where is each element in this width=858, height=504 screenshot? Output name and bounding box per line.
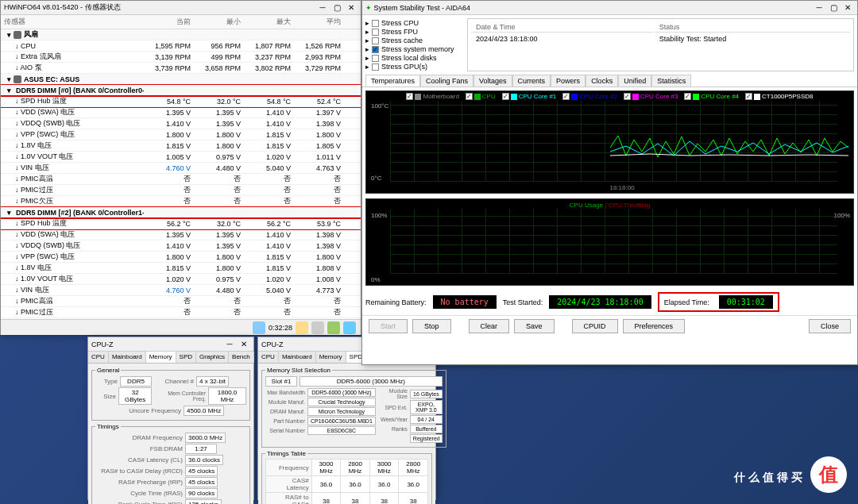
minimize-button[interactable]: ─ <box>813 2 825 13</box>
hwinfo-statusbar: 0:32:28 <box>1 319 361 335</box>
minimize-button[interactable]: ─ <box>316 2 329 13</box>
stress-opt[interactable]: ▸ Stress GPU(s) <box>365 63 461 71</box>
minimize-button[interactable]: ─ <box>223 339 236 350</box>
started-badge: 2024/4/23 18:18:00 <box>549 295 651 309</box>
sensor-row[interactable]: ↓ 1.0V VOUT 电压1.020 V0.975 V1.020 V1.008… <box>1 274 361 285</box>
tab-spd[interactable]: SPD <box>176 352 196 363</box>
legend-item[interactable]: CPU Core #2 <box>562 93 617 100</box>
close-button[interactable]: ✕ <box>345 2 358 13</box>
sensor-row[interactable]: ↓ AIO 泵3,739 RPM3,658 RPM3,802 RPM3,729 … <box>1 63 361 74</box>
close-button[interactable]: ✕ <box>841 2 854 13</box>
legend-item[interactable]: CPU <box>466 93 496 100</box>
timings-table-group: Timings Table Frequency3000 MHz2800 MHz3… <box>261 450 432 504</box>
timings-table: Frequency3000 MHz2800 MHz3000 MHz2800 MH… <box>265 459 428 504</box>
sensor-row[interactable]: ↓ VDD (SWA) 电压1.395 V1.395 V1.410 V1.397… <box>1 107 361 118</box>
legend-item[interactable]: Motherboard <box>406 93 458 100</box>
aida-window: ✦ System Stability Test - AIDA64 ─▢✕ ▸ S… <box>361 0 858 365</box>
sensor-row[interactable]: ↓ PMIC过压否否否否 <box>1 307 361 318</box>
settings-icon[interactable] <box>311 321 324 334</box>
maximize-button[interactable]: ▢ <box>330 2 343 13</box>
general-group: General TypeDDR5 Channel #4 x 32-bit Siz… <box>91 367 250 421</box>
sensor-row[interactable]: ↓ PMIC高温否否否否 <box>1 296 361 307</box>
save-button[interactable]: Save <box>514 319 555 333</box>
tab-cpu[interactable]: CPU <box>88 352 109 363</box>
log-icon[interactable] <box>327 321 340 334</box>
tab-mainboard[interactable]: Mainboard <box>109 352 146 363</box>
timings-group: Timings DRAM Frequency3600.0 MHzFSB:DRAM… <box>91 423 250 504</box>
chart-tab[interactable]: Statistics <box>651 75 691 87</box>
clear-button[interactable]: Clear <box>469 319 510 333</box>
sensor-row[interactable]: ↓ VDD (SWA) 电压1.395 V1.395 V1.410 V1.398… <box>1 229 361 240</box>
elapsed-time: 0:32:28 <box>269 324 292 332</box>
elapsed-highlight: Elapsed Time: 00:31:02 <box>658 292 779 312</box>
sensor-row[interactable]: ↓ PMIC过压否否否否 <box>1 185 361 196</box>
sensor-row[interactable]: ↓ PMIC高温否否否否 <box>1 174 361 185</box>
refresh-icon[interactable] <box>253 321 265 334</box>
stress-options: ▸ Stress CPU▸ Stress FPU▸ Stress cache▸ … <box>365 18 461 71</box>
sensor-row[interactable]: ↓ SPD Hub 温度54.8 °C32.0 °C54.8 °C52.4 °C <box>1 96 361 107</box>
sensor-row[interactable]: ↓ VDDQ (SWB) 电压1.410 V1.395 V1.410 V1.39… <box>1 118 361 129</box>
hwinfo-body[interactable]: ▾ 风扇↓ CPU1,595 RPM956 RPM1,807 RPM1,526 … <box>1 29 361 319</box>
maximize-button[interactable]: ▢ <box>827 2 840 13</box>
sensor-row[interactable]: ↓ 1.0V VOUT 电压1.005 V0.975 V1.020 V1.011… <box>1 152 361 163</box>
stress-opt[interactable]: ▸ Stress local disks <box>365 54 461 62</box>
legend-item[interactable]: CT1000P5PSSD8 <box>745 93 813 100</box>
close-button[interactable]: Close <box>809 319 851 333</box>
hwinfo-window: HWiNFO64 v8.01-5420 - 传感器状态 ─ ▢ ✕ 传感器 当前… <box>0 0 361 335</box>
legend-item[interactable]: CPU Core #4 <box>684 93 739 100</box>
sensor-row[interactable]: ↓ VIN 电压4.760 V4.480 V5.040 V4.773 V <box>1 285 361 296</box>
sensor-row[interactable]: ↓ PMIC欠压否否否否 <box>1 196 361 207</box>
start-button[interactable]: Start <box>369 319 408 333</box>
slot-select[interactable]: Slot #1 <box>265 376 297 387</box>
reset-icon[interactable] <box>343 321 356 334</box>
sensor-row[interactable]: ↓ VIN 电压4.760 V4.480 V5.040 V4.763 V <box>1 163 361 174</box>
aida-titlebar[interactable]: ✦ System Stability Test - AIDA64 ─▢✕ <box>362 1 857 15</box>
chart-tab[interactable]: Powers <box>551 75 586 87</box>
chart-tab[interactable]: Cooling Fans <box>420 75 473 87</box>
elapsed-badge: 00:31:02 <box>719 295 773 309</box>
sensor-row[interactable]: ↓ VDDQ (SWB) 电压1.410 V1.395 V1.410 V1.39… <box>1 240 361 252</box>
prefs-button[interactable]: Preferences <box>623 319 686 333</box>
stress-opt[interactable]: ▸ Stress system memory <box>365 45 461 53</box>
cpuz1-titlebar[interactable]: CPU-Z ─✕ <box>88 337 253 352</box>
sensor-row[interactable]: ↓ 1.8V 电压1.815 V1.800 V1.815 V1.805 V <box>1 140 361 152</box>
stress-opt[interactable]: ▸ Stress CPU <box>365 19 461 27</box>
cpu-usage-chart: CPU Usage | CPU Throttling 100% 0% 100% <box>365 198 854 286</box>
hwinfo-columns: 传感器 当前 最小 最大 平均 <box>1 15 361 29</box>
legend-item[interactable]: CPU Core #3 <box>624 93 678 100</box>
sensor-row[interactable]: ↓ VPP (SWC) 电压1.800 V1.800 V1.815 V1.800… <box>1 252 361 263</box>
tab-cpu[interactable]: CPU <box>258 352 279 363</box>
chart-tab[interactable]: Unified <box>618 75 651 87</box>
sensor-group[interactable]: ▾ 风扇 <box>1 29 361 40</box>
stop-button[interactable]: Stop <box>412 319 451 333</box>
aida-tabs: TemperaturesCooling FansVoltagesCurrents… <box>362 75 857 87</box>
sensor-group[interactable]: ▾ DDR5 DIMM [#0] (BANK 0/Controller0-DIM… <box>1 85 361 96</box>
sensor-row[interactable]: ↓ PMIC欠压否否否否 <box>1 318 361 319</box>
stress-opt[interactable]: ▸ Stress FPU <box>365 28 461 36</box>
sensor-row[interactable]: ↓ SPD Hub 温度56.2 °C32.0 °C56.2 °C53.9 °C <box>1 218 361 229</box>
tab-graphics[interactable]: Graphics <box>196 352 229 363</box>
close-button[interactable]: ✕ <box>238 339 250 350</box>
chart-tab[interactable]: Temperatures <box>365 75 420 87</box>
cpuz1-window: CPU-Z ─✕ CPUMainboardMemorySPDGraphicsBe… <box>87 337 254 500</box>
legend-item[interactable]: CPU Core #1 <box>502 93 557 100</box>
sensor-row[interactable]: ↓ 1.8V 电压1.815 V1.800 V1.815 V1.808 V <box>1 263 361 274</box>
sensor-group[interactable]: ▾ ASUS EC: ASUS <box>1 74 361 85</box>
sensor-row[interactable]: ↓ CPU1,595 RPM956 RPM1,807 RPM1,526 RPM <box>1 40 361 52</box>
cpuz1-tabs: CPUMainboardMemorySPDGraphicsBenchAbout <box>88 352 253 364</box>
cpuid-button[interactable]: CPUID <box>572 319 618 333</box>
tab-memory[interactable]: Memory <box>146 352 176 363</box>
sensor-row[interactable]: ↓ Extra 流风扇3,139 RPM499 RPM3,237 RPM2,99… <box>1 52 361 63</box>
chart-tab[interactable]: Currents <box>512 75 551 87</box>
tab-memory[interactable]: Memory <box>316 352 346 363</box>
sensor-row[interactable]: ↓ VPP (SWC) 电压1.800 V1.800 V1.815 V1.800… <box>1 129 361 140</box>
chart-tab[interactable]: Clocks <box>586 75 618 87</box>
hwinfo-titlebar[interactable]: HWiNFO64 v8.01-5420 - 传感器状态 ─ ▢ ✕ <box>1 1 361 15</box>
clock-icon[interactable] <box>296 321 308 334</box>
sensor-group[interactable]: ▾ DDR5 DIMM [#2] (BANK 0/Controller1-DIM… <box>1 207 361 218</box>
tab-mainboard[interactable]: Mainboard <box>279 352 316 363</box>
hwinfo-title: HWiNFO64 v8.01-5420 - 传感器状态 <box>4 2 121 13</box>
chart-tab[interactable]: Voltages <box>473 75 512 87</box>
tab-bench[interactable]: Bench <box>229 352 254 363</box>
stress-opt[interactable]: ▸ Stress cache <box>365 37 461 44</box>
